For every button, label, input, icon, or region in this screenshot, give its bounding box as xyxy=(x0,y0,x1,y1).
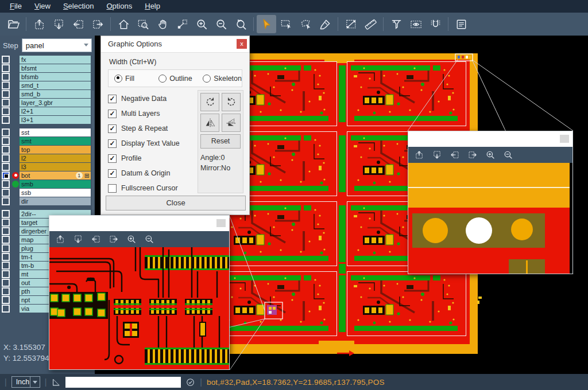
layer-row-bfsmb[interactable]: bfsmb xyxy=(0,72,95,81)
layer-row-l2+1[interactable]: l2+1 xyxy=(0,107,95,115)
layer-checkbox[interactable] xyxy=(2,163,10,171)
window-button[interactable] xyxy=(216,219,226,227)
zoom-previous-button[interactable] xyxy=(231,15,250,33)
layer-row-ssb[interactable]: ssb xyxy=(0,188,95,197)
layer-checkbox[interactable] xyxy=(2,154,10,162)
layer-checkbox[interactable] xyxy=(2,99,10,107)
zoom-in-button[interactable] xyxy=(192,15,211,33)
view-options-button[interactable] xyxy=(406,15,425,33)
measure-distance-button[interactable] xyxy=(341,15,361,33)
layer-checkbox[interactable] xyxy=(2,107,10,115)
menu-item-options[interactable]: Options xyxy=(100,0,138,13)
checkbox-icon[interactable]: ✓ xyxy=(108,95,117,103)
layer-checkbox[interactable] xyxy=(2,197,10,205)
layer-label[interactable]: smd_t xyxy=(20,81,91,89)
select-rect-button[interactable] xyxy=(276,15,296,33)
layer-label[interactable]: smt xyxy=(20,137,91,145)
layer-label[interactable]: bot1⊞ xyxy=(20,171,91,180)
layer-label[interactable]: l2 xyxy=(20,154,91,162)
open-file-button[interactable] xyxy=(3,15,23,33)
zoom-in-button[interactable] xyxy=(485,150,496,160)
layer-row-l3+1[interactable]: l3+1 xyxy=(0,115,95,124)
layer-checkbox[interactable] xyxy=(2,90,10,98)
zoom-out-button[interactable] xyxy=(211,15,231,33)
close-button[interactable]: Close xyxy=(106,196,246,210)
layer-label[interactable]: l2+1 xyxy=(20,107,91,115)
checkbox-icon[interactable]: ✓ xyxy=(108,110,117,118)
layer-label[interactable]: dir xyxy=(20,197,91,205)
pan-left-button[interactable] xyxy=(91,234,101,244)
layer-label[interactable]: smb xyxy=(20,180,91,188)
layer-label[interactable]: smd_b xyxy=(20,90,91,98)
angle-measure-icon[interactable] xyxy=(51,377,61,387)
layer-row-l2[interactable]: l2 xyxy=(0,154,95,162)
magnifier-view[interactable] xyxy=(49,247,229,369)
menu-item-file[interactable]: File xyxy=(3,0,28,13)
layer-label[interactable]: l3+1 xyxy=(20,116,91,124)
layer-checkbox[interactable] xyxy=(2,279,10,287)
layer-row-l3[interactable]: l3 xyxy=(0,162,95,171)
menu-item-selection[interactable]: Selection xyxy=(57,0,100,13)
layer-label[interactable]: l3 xyxy=(20,163,91,171)
filter-button[interactable] xyxy=(386,15,406,33)
pan-hand-button[interactable] xyxy=(153,15,172,33)
layer-row-smd_b[interactable]: smd_b xyxy=(0,89,95,98)
pan-down-button[interactable] xyxy=(49,15,68,33)
layer-label[interactable]: bfsmb xyxy=(20,73,91,81)
radio-icon[interactable] xyxy=(114,75,122,83)
layer-row-sst[interactable]: sst xyxy=(0,128,95,136)
layer-checkbox[interactable] xyxy=(2,128,10,136)
layer-row-dir[interactable]: dir xyxy=(0,197,95,205)
layer-row-fx[interactable]: fx xyxy=(0,55,95,64)
zoom-out-button[interactable] xyxy=(144,234,154,244)
pan-up-button[interactable] xyxy=(55,234,65,244)
pan-up-button[interactable] xyxy=(29,15,49,33)
layer-checkbox[interactable] xyxy=(2,56,10,64)
checkbox-icon[interactable] xyxy=(108,184,117,193)
checkbox-row-datum-origin[interactable]: ✓Datum & Origin xyxy=(108,166,198,181)
checkbox-row-step-repeat[interactable]: ✓Step & Repeat xyxy=(108,121,198,136)
layer-checkbox[interactable] xyxy=(2,270,10,278)
menu-item-help[interactable]: Help xyxy=(138,0,167,13)
checkbox-row-fullscreen-cursor[interactable]: Fullscreen Cursor xyxy=(108,181,198,196)
zoom-out-button[interactable] xyxy=(503,150,513,160)
layer-checkbox[interactable] xyxy=(2,287,10,295)
pan-right-button[interactable] xyxy=(88,15,107,33)
layer-row-smd_t[interactable]: smd_t xyxy=(0,81,95,89)
layer-checkbox[interactable] xyxy=(2,262,10,270)
select-poly-button[interactable] xyxy=(296,15,315,33)
layer-checkbox[interactable] xyxy=(2,253,10,261)
layer-label[interactable]: sst xyxy=(20,128,91,136)
layer-row-top[interactable]: top xyxy=(0,145,95,154)
layer-checkbox[interactable] xyxy=(2,236,10,244)
layer-label[interactable]: ssb xyxy=(20,189,91,197)
zoom-in-button[interactable] xyxy=(126,234,137,244)
layer-checkbox[interactable] xyxy=(2,219,10,227)
checkbox-row-display-text-value[interactable]: ✓Display Text Value xyxy=(108,136,198,151)
layer-label[interactable]: fx xyxy=(20,56,91,64)
layer-checkbox[interactable] xyxy=(2,171,10,180)
magnifier-titlebar[interactable] xyxy=(408,131,572,147)
close-icon[interactable]: x xyxy=(237,39,247,49)
layer-row-bot[interactable]: bot1⊞ xyxy=(0,171,95,180)
zoom-selection-button[interactable] xyxy=(172,15,192,33)
radio-icon[interactable] xyxy=(158,75,167,83)
layer-checkbox[interactable] xyxy=(2,296,10,304)
layer-row-layer_3.gbr[interactable]: layer_3.gbr xyxy=(0,98,95,107)
mirror-horizontal-button[interactable] xyxy=(200,114,219,132)
layer-checkbox[interactable] xyxy=(2,116,10,124)
radio-fill[interactable]: Fill xyxy=(114,75,153,83)
checkbox-icon[interactable]: ✓ xyxy=(108,139,117,148)
layer-label[interactable]: layer_3.gbr xyxy=(20,99,91,107)
layer-checkbox[interactable] xyxy=(2,189,10,197)
report-form-button[interactable] xyxy=(451,15,471,33)
pan-right-button[interactable] xyxy=(467,150,478,160)
apply-check-icon[interactable] xyxy=(185,377,195,387)
grid-icon[interactable]: ⊞ xyxy=(84,172,90,179)
layer-row-smb[interactable]: smb xyxy=(0,180,95,188)
magnifier-titlebar[interactable] xyxy=(49,216,229,231)
layer-row-bfsmt[interactable]: bfsmt xyxy=(0,64,95,72)
layer-checkbox[interactable] xyxy=(2,146,10,154)
checkbox-icon[interactable]: ✓ xyxy=(108,124,117,133)
home-view-button[interactable] xyxy=(114,15,133,33)
